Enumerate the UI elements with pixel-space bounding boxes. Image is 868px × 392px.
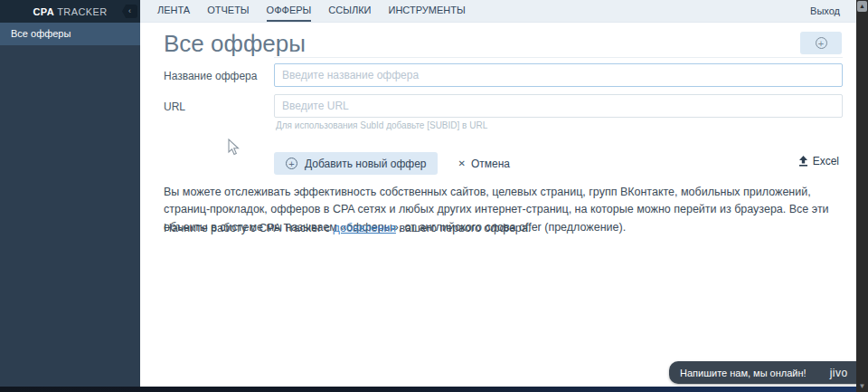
close-icon: ✕ [458, 158, 465, 168]
app-logo-rest: TRACKER [54, 6, 108, 17]
plus-circle-icon: + [816, 37, 827, 49]
mouse-cursor-icon [228, 139, 240, 156]
form-actions: + Добавить новый оффер ✕ Отмена [274, 152, 510, 175]
scrollbar[interactable]: ▲ ▼ [856, 0, 868, 392]
sidebar: CPA TRACKER ‹ Все офферы [0, 0, 140, 387]
sidebar-header: CPA TRACKER ‹ [0, 0, 140, 23]
sidebar-item-all-offers[interactable]: Все офферы [0, 23, 140, 45]
add-new-offer-button[interactable]: + Добавить новый оффер [274, 152, 438, 175]
cta-text: Начните работу с CPA Tracker с добавлени… [164, 222, 531, 234]
cta-after: вашего первого оффера. [396, 222, 531, 234]
chat-message: Напишите нам, мы онлайн! [680, 368, 807, 378]
tab-otchety[interactable]: ОТЧЕТЫ [207, 0, 249, 22]
scroll-up-icon[interactable]: ▲ [857, 1, 867, 12]
jivo-logo: jivo [830, 367, 848, 379]
title-divider [274, 57, 843, 58]
chat-widget-body: Напишите нам, мы онлайн! jivo [669, 361, 859, 384]
cancel-button[interactable]: ✕ Отмена [458, 158, 509, 170]
tab-instrumenty[interactable]: ИНСТРУМЕНТЫ [388, 0, 465, 22]
tab-ssylki[interactable]: ССЫЛКИ [328, 0, 371, 22]
excel-label: Excel [813, 155, 839, 167]
tab-offery[interactable]: ОФФЕРЫ [267, 0, 312, 22]
window-bottom-edge [0, 387, 856, 392]
sidebar-collapse-icon[interactable]: ‹ [122, 5, 137, 18]
tab-lenta[interactable]: ЛЕНТА [157, 0, 190, 22]
url-label: URL [164, 100, 185, 113]
scroll-down-icon[interactable]: ▼ [856, 382, 868, 390]
offer-name-input[interactable] [274, 63, 843, 87]
upload-icon [798, 156, 808, 167]
excel-export-button[interactable]: Excel [798, 155, 839, 167]
logout-link[interactable]: Выход [810, 0, 840, 22]
app-logo-bold: CPA [33, 6, 54, 17]
add-new-offer-label: Добавить новый оффер [305, 158, 426, 170]
offer-name-label: Название оффера [164, 70, 257, 82]
plus-circle-icon: + [286, 158, 297, 169]
chat-widget[interactable]: Напишите нам, мы онлайн! jivo [669, 361, 868, 384]
subid-hint: Для использования SubId добавьте [SUBID]… [276, 120, 487, 130]
page-title: Все офферы [164, 30, 306, 58]
add-offer-icon-button[interactable]: + [800, 32, 842, 54]
cancel-label: Отмена [471, 158, 510, 170]
top-navigation: ЛЕНТА ОТЧЕТЫ ОФФЕРЫ ССЫЛКИ ИНСТРУМЕНТЫ В… [140, 0, 856, 23]
add-offer-link[interactable]: добавления [334, 222, 396, 234]
url-input[interactable] [274, 94, 843, 118]
app-logo: CPA TRACKER [33, 6, 107, 17]
main-content: Все офферы + Название оффера URL Для исп… [140, 23, 856, 387]
cta-before: Начните работу с CPA Tracker с [164, 222, 334, 234]
